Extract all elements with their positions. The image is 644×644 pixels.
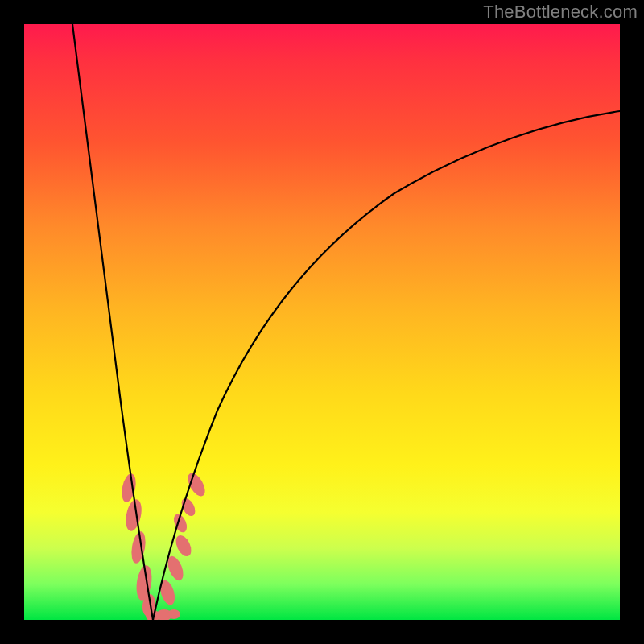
svg-point-0 — [119, 473, 138, 504]
curve-svg — [24, 24, 620, 620]
svg-point-12 — [179, 496, 198, 518]
svg-point-7 — [167, 609, 180, 619]
curve-right-branch — [153, 111, 620, 620]
svg-point-1 — [123, 498, 144, 533]
plot-area — [24, 24, 620, 620]
svg-point-8 — [157, 578, 177, 606]
chart-frame: TheBottleneck.com — [0, 0, 644, 644]
svg-point-13 — [184, 470, 208, 499]
curve-left-branch — [72, 24, 153, 620]
svg-point-10 — [173, 533, 195, 559]
watermark-text: TheBottleneck.com — [483, 2, 638, 23]
svg-point-2 — [130, 530, 148, 564]
